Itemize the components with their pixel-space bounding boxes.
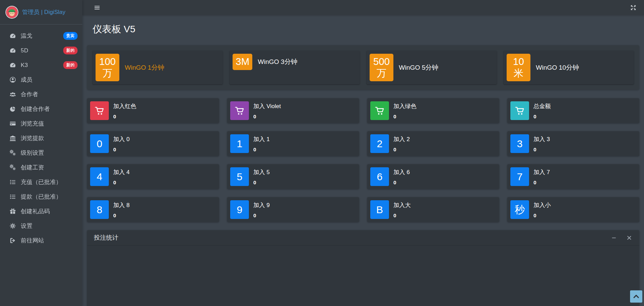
content-area: 仪表板 V5 100万 WinGO 1分钟 3M WinGO 3分钟 500万 … [82,15,644,306]
gauge-icon [9,47,17,54]
new-badge: 新的 [63,61,78,69]
stat-card-value: 0 [393,114,417,119]
panel-body [87,245,639,306]
stat-card-value: 0 [533,213,551,218]
sidebar-item-5d[interactable]: 5D 新的 [0,43,82,58]
stat-card-title: 加入 5 [253,168,270,176]
digit-tile: 5 [230,167,249,186]
stat-card-join-green: 加入绿色0 [367,98,499,123]
info-box-value-tile: 500万 [370,54,393,81]
stat-card-value: 0 [393,180,410,185]
stat-card-title: 加入 2 [393,135,410,143]
stat-card-join-3: 3 加入 30 [507,131,639,156]
sidebar-item-label: 提款（已批准） [21,193,78,201]
sidebar-item-label: K3 [21,62,63,69]
gauge-icon [9,62,17,68]
sidebar-item-label: 级别设置 [21,149,78,157]
stat-card-title: 加入 7 [533,168,550,176]
sidebar-item-wingo[interactable]: 温戈 贵宾 [0,29,82,43]
stat-card-title: 加入 8 [113,201,130,209]
stat-card-value: 0 [113,147,130,152]
stat-card-join-big: B 加入大0 [367,197,499,222]
content-header: 仪表板 V5 [87,15,639,45]
sidebar-item-browse-withdraw[interactable]: 浏览提款 [0,131,82,146]
stat-card-join-0: 0 加入 00 [87,131,219,156]
stat-card-join-4: 4 加入 40 [87,164,219,189]
user-icon [9,76,17,83]
pie-chart-icon [9,106,17,112]
menu-toggle-button[interactable] [92,3,102,12]
info-box-label[interactable]: WinGO 5分钟 [399,63,438,72]
info-box-wingo-10min[interactable]: 10米 WinGO 10分钟 [504,51,634,84]
digit-tile: 3 [510,134,529,153]
stat-card-join-8: 8 加入 80 [87,197,219,222]
close-button[interactable] [626,235,632,241]
info-box-value-tile: 10米 [507,54,530,81]
stat-card-title: 加入 9 [253,201,270,209]
sidebar-item-browse-recharge[interactable]: 浏览充值 [0,116,82,131]
minimize-button[interactable] [611,235,617,241]
sidebar-item-k3[interactable]: K3 新的 [0,58,82,72]
stat-card-join-violet: 加入 Violet0 [227,98,359,123]
sidebar-menu: 温戈 贵宾 5D 新的 K3 新的 成员 合作者 创建合作者 浏览充值 [0,24,82,248]
vip-badge: 贵宾 [63,32,78,40]
stat-card-value: 0 [113,180,130,185]
stat-card-value: 0 [253,114,281,119]
stat-card-total-amount: 总金额0 [507,98,639,123]
sidebar-item-label: 创建工资 [21,164,78,171]
stat-card-title: 加入小 [533,201,551,209]
stat-card-title: 总金额 [533,102,551,110]
info-box-wingo-3min[interactable]: 3M WinGO 3分钟 [230,51,360,84]
stat-card-value: 0 [113,213,130,218]
sidebar-item-level-settings[interactable]: 级别设置 [0,146,82,160]
info-box-label[interactable]: WinGO 1分钟 [125,63,164,72]
bet-stats-panel: 投注统计 [87,230,639,306]
cart-icon [230,101,249,120]
stat-card-join-1: 1 加入 10 [227,131,359,156]
stat-card-join-small: 秒 加入小0 [507,197,639,222]
info-box-label[interactable]: WinGO 10分钟 [536,63,579,72]
sidebar-item-label: 设置 [21,222,78,230]
stat-card-join-red: 加入红色0 [87,98,219,123]
sidebar-item-partners[interactable]: 合作者 [0,87,82,102]
panel-header: 投注统计 [87,230,639,245]
close-icon [626,235,632,241]
stat-card-value: 0 [393,213,411,218]
panel-title: 投注统计 [94,234,611,242]
cart-icon [370,101,389,120]
credit-card-icon [9,120,17,127]
stat-card-value: 0 [253,180,270,185]
sidebar-item-label: 5D [21,47,63,54]
sidebar-item-go-website[interactable]: 前往网站 [0,233,82,248]
stat-card-join-9: 9 加入 90 [227,197,359,222]
sidebar-item-create-giftcode[interactable]: 创建礼品码 [0,204,82,219]
sidebar-item-create-salary[interactable]: 创建工资 [0,160,82,175]
info-box-label[interactable]: WinGO 3分钟 [258,57,297,66]
info-box-wingo-5min[interactable]: 500万 WinGO 5分钟 [367,51,497,84]
sidebar-item-create-partner[interactable]: 创建合作者 [0,102,82,116]
brand-title: 管理员 | DigiSlay [22,8,65,16]
brand-link[interactable]: 管理员 | DigiSlay [0,0,82,24]
stat-card-title: 加入绿色 [393,102,417,110]
sidebar-item-settings[interactable]: 设置 [0,219,82,233]
info-box-wingo-1min[interactable]: 100万 WinGO 1分钟 [92,51,223,84]
main-area: 仪表板 V5 100万 WinGO 1分钟 3M WinGO 3分钟 500万 … [82,0,644,306]
stat-card-title: 加入大 [393,201,411,209]
sidebar-item-withdraw-approved[interactable]: 提款（已批准） [0,189,82,204]
info-box-value-tile: 100万 [96,54,119,81]
scroll-top-button[interactable] [630,290,642,303]
fullscreen-button[interactable] [629,3,638,12]
sidebar-item-label: 浏览充值 [21,120,78,128]
digit-tile: 0 [90,134,109,153]
digit-tile: 1 [230,134,249,153]
stat-card-title: 加入红色 [113,102,136,110]
sidebar-item-label: 充值（已批准） [21,178,78,186]
stat-card-title: 加入 Violet [253,102,281,110]
sidebar-item-recharge-approved[interactable]: 充值（已批准） [0,175,82,189]
digit-tile: 6 [370,167,389,186]
sidebar-item-label: 浏览提款 [21,134,78,142]
sidebar-item-members[interactable]: 成员 [0,72,82,87]
cart-icon [510,101,529,120]
page-title: 仪表板 V5 [92,23,634,36]
cogs-icon [9,150,17,156]
